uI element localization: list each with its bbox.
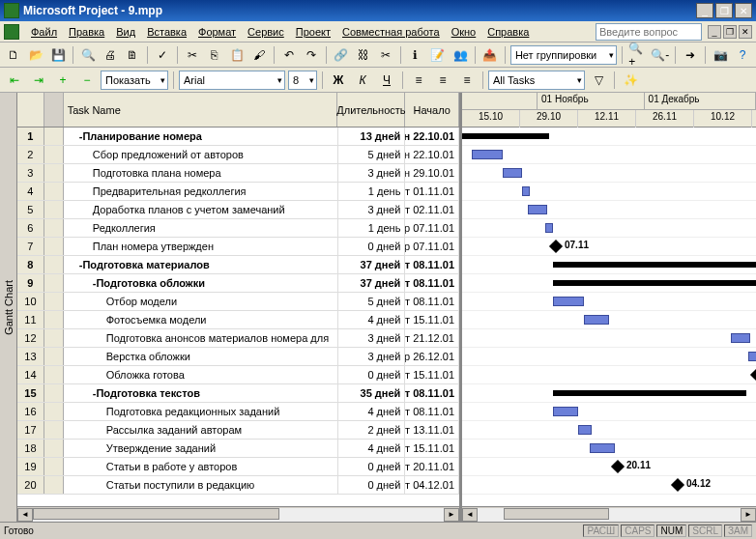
table-row[interactable]: 7План номера утвержден0 днейСр 07.11.01 — [17, 238, 459, 256]
task-name[interactable]: - Подготовка обложки — [64, 274, 338, 292]
task-start[interactable]: Ср 07.11.01 — [405, 219, 459, 237]
close-button[interactable]: ✕ — [735, 3, 752, 18]
gantt-scroll-left-icon[interactable]: ◄ — [462, 508, 478, 522]
table-row[interactable]: 16Подготовка редакционных заданий4 днейЧ… — [17, 403, 459, 421]
menu-collab[interactable]: Совместная работа — [336, 24, 446, 40]
view-bar[interactable]: Gantt Chart — [0, 93, 17, 522]
task-duration[interactable]: 13 дней — [338, 128, 406, 145]
scroll-right-icon[interactable]: ► — [444, 508, 459, 522]
task-start[interactable]: Вт 13.11.01 — [405, 421, 459, 439]
goto-task-button[interactable]: ➜ — [681, 44, 700, 66]
menu-view[interactable]: Вид — [110, 24, 141, 40]
task-start[interactable]: Пн 29.10.01 — [405, 164, 459, 182]
zoom-in-button[interactable]: 🔍+ — [627, 44, 647, 66]
undo-button[interactable]: ↶ — [279, 44, 299, 66]
table-row[interactable]: 4Предварительная редколлегия1 деньЧт 01.… — [17, 183, 459, 201]
notes-button[interactable]: 📝 — [428, 44, 448, 66]
filter-combo[interactable]: All Tasks — [488, 71, 585, 90]
help-search[interactable] — [596, 23, 702, 41]
task-duration[interactable]: 3 дней — [338, 201, 406, 218]
task-duration[interactable]: 3 дней — [338, 329, 406, 347]
menu-format[interactable]: Формат — [192, 24, 242, 40]
task-duration[interactable]: 4 дней — [338, 311, 406, 328]
table-row[interactable]: 20Статьи поступили в редакцию0 днейВт 04… — [17, 476, 459, 495]
task-bar[interactable] — [590, 443, 615, 453]
task-name[interactable]: Редколлегия — [64, 219, 338, 237]
task-duration[interactable]: 0 дней — [338, 238, 406, 255]
align-right-button[interactable]: ≡ — [456, 70, 478, 91]
menu-edit[interactable]: Правка — [63, 24, 110, 40]
col-duration-header[interactable]: Длительность — [337, 93, 405, 127]
task-bar[interactable] — [584, 315, 609, 325]
redo-button[interactable]: ↷ — [302, 44, 321, 66]
col-start-header[interactable]: Начало — [405, 93, 459, 127]
task-start[interactable]: Чт 08.11.01 — [405, 256, 459, 273]
cut-button[interactable]: ✂ — [183, 44, 202, 66]
fontsize-combo[interactable]: 8 — [288, 71, 317, 90]
task-start[interactable]: Чт 08.11.01 — [405, 293, 459, 310]
table-row[interactable]: 17Рассылка заданий авторам2 днейВт 13.11… — [17, 421, 459, 440]
task-duration[interactable]: 37 дней — [338, 256, 406, 273]
task-name[interactable]: Подготовка плана номера — [64, 164, 338, 182]
paste-button[interactable]: 📋 — [227, 44, 247, 66]
task-bar[interactable] — [472, 150, 503, 159]
task-start[interactable]: Чт 15.11.01 — [405, 366, 459, 383]
task-name[interactable]: Статьи поступили в редакцию — [64, 476, 338, 494]
milestone-icon[interactable] — [549, 240, 563, 253]
gantt-hscroll[interactable]: ◄ ► — [462, 506, 756, 522]
assign-button[interactable]: 👥 — [451, 44, 470, 66]
task-duration[interactable]: 5 дней — [338, 146, 406, 163]
task-name[interactable]: Обложка готова — [64, 366, 338, 383]
table-row[interactable]: 6Редколлегия1 деньСр 07.11.01 — [17, 219, 459, 238]
col-indicator-header[interactable] — [44, 93, 64, 127]
italic-button[interactable]: К — [352, 70, 373, 91]
copy-picture-button[interactable]: 📷 — [711, 44, 730, 66]
table-row[interactable]: 3Подготовка плана номера3 днейПн 29.10.0… — [17, 164, 459, 183]
summary-bar[interactable] — [553, 280, 756, 286]
help-button[interactable]: ? — [733, 44, 752, 66]
align-center-button[interactable]: ≡ — [432, 70, 453, 91]
task-name[interactable]: Отбор модели — [64, 293, 338, 310]
maximize-button[interactable]: ❐ — [715, 3, 733, 18]
task-bar[interactable] — [731, 333, 750, 343]
task-duration[interactable]: 37 дней — [338, 274, 406, 292]
task-start[interactable]: Чт 08.11.01 — [405, 403, 459, 420]
search-button[interactable]: 🔍 — [78, 44, 98, 66]
milestone-icon[interactable] — [611, 460, 625, 473]
wizard-button[interactable]: ✨ — [620, 70, 641, 91]
task-name[interactable]: Доработка планов с учетом замечаний — [64, 201, 338, 218]
task-start[interactable]: Ср 07.11.01 — [405, 238, 459, 255]
underline-button[interactable]: Ч — [376, 70, 397, 91]
task-duration[interactable]: 4 дней — [338, 403, 406, 420]
task-start[interactable]: Чт 01.11.01 — [405, 183, 459, 200]
task-start[interactable]: Чт 08.11.01 — [405, 384, 459, 402]
task-duration[interactable]: 4 дней — [338, 440, 406, 457]
summary-bar[interactable] — [553, 390, 746, 396]
task-bar[interactable] — [553, 297, 584, 306]
task-duration[interactable]: 0 дней — [338, 476, 406, 494]
new-button[interactable]: 🗋 — [4, 44, 23, 66]
milestone-icon[interactable] — [671, 478, 684, 492]
collapse-button[interactable]: − — [76, 70, 98, 91]
task-start[interactable]: Чт 15.11.01 — [405, 311, 459, 328]
task-bar[interactable] — [522, 186, 530, 196]
task-name[interactable]: Предварительная редколлегия — [64, 183, 338, 200]
grouping-combo[interactable]: Нет группировки — [510, 45, 617, 65]
task-start[interactable]: Вт 04.12.01 — [405, 476, 459, 494]
col-name-header[interactable]: Task Name — [64, 93, 338, 127]
task-start[interactable]: Чт 08.11.01 — [405, 274, 459, 292]
task-name[interactable]: - Подготовка текстов — [64, 384, 338, 402]
task-start[interactable]: Пт 21.12.01 — [405, 329, 459, 347]
task-start[interactable]: Ср 26.12.01 — [405, 348, 459, 365]
col-id-header[interactable] — [17, 93, 44, 127]
table-row[interactable]: 11Фотосъемка модели4 днейЧт 15.11.01 — [17, 311, 459, 329]
menu-tools[interactable]: Сервис — [242, 24, 290, 40]
table-row[interactable]: 12Подготовка анонсов материалов номера д… — [17, 329, 459, 348]
table-row[interactable]: 13Верстка обложки3 днейСр 26.12.01 — [17, 348, 459, 366]
publish-button[interactable]: 📤 — [480, 44, 500, 66]
spell-button[interactable]: ✓ — [153, 44, 172, 66]
task-name[interactable]: Подготовка анонсов материалов номера для — [64, 329, 338, 347]
unlink-button[interactable]: ⛓ — [354, 44, 373, 66]
task-bar[interactable] — [748, 352, 756, 361]
autofilter-button[interactable]: ▽ — [588, 70, 609, 91]
